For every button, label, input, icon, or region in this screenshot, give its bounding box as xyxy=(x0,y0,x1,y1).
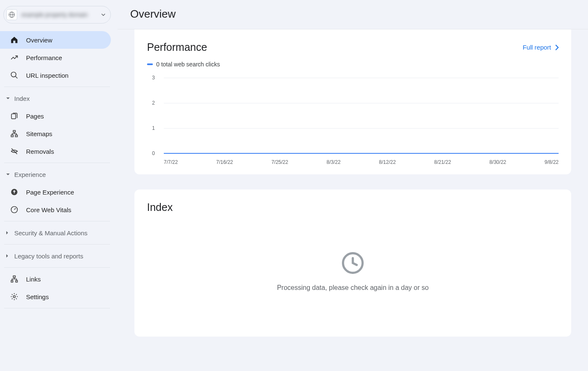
y-tick: 1 xyxy=(152,125,155,131)
x-tick: 7/25/22 xyxy=(271,159,288,165)
x-tick: 8/12/22 xyxy=(379,159,396,165)
chevron-right-icon xyxy=(555,45,559,50)
sidebar-item-sitemaps[interactable]: Sitemaps xyxy=(0,125,111,142)
sidebar-item-label: Links xyxy=(26,276,41,283)
index-title: Index xyxy=(147,201,559,213)
sidebar-item-links[interactable]: Links xyxy=(0,270,111,288)
svg-rect-7 xyxy=(11,135,13,137)
page-header: Overview xyxy=(118,0,588,29)
performance-card: Performance Full report 0 total web sear… xyxy=(134,29,571,174)
x-tick: 8/21/22 xyxy=(434,159,451,165)
x-tick: 8/3/22 xyxy=(327,159,341,165)
svg-rect-5 xyxy=(11,114,16,119)
caret-down-icon xyxy=(6,173,11,176)
svg-rect-13 xyxy=(13,276,16,278)
gridline xyxy=(164,103,559,103)
chart-series-line xyxy=(164,153,559,154)
sidebar: example property domain Overview Perform… xyxy=(0,0,118,371)
sidebar-item-removals[interactable]: Removals xyxy=(0,142,111,160)
y-tick: 0 xyxy=(152,150,155,156)
processing-text: Processing data, please check again in a… xyxy=(277,284,428,292)
x-tick: 7/16/22 xyxy=(216,159,233,165)
gear-icon xyxy=(9,292,19,301)
legend-swatch xyxy=(147,63,153,65)
x-axis-labels: 7/7/22 7/16/22 7/25/22 8/3/22 8/12/22 8/… xyxy=(164,159,559,165)
caret-down-icon xyxy=(6,97,11,100)
sidebar-item-core-web-vitals[interactable]: Core Web Vitals xyxy=(0,201,111,218)
divider xyxy=(4,221,110,221)
sidebar-item-label: URL inspection xyxy=(26,72,68,79)
x-tick: 7/7/22 xyxy=(164,159,178,165)
sitemap-icon xyxy=(9,129,19,138)
divider xyxy=(4,308,110,308)
svg-point-16 xyxy=(13,296,16,298)
divider xyxy=(4,267,110,268)
index-card: Index Processing data, please check agai… xyxy=(134,189,571,337)
section-label: Security & Manual Actions xyxy=(14,229,87,237)
y-tick: 2 xyxy=(152,100,155,106)
section-label: Legacy tools and reports xyxy=(14,253,83,260)
main-content: Overview Performance Full report 0 total… xyxy=(118,0,588,371)
links-icon xyxy=(9,275,19,283)
section-label: Index xyxy=(14,95,30,102)
caret-right-icon xyxy=(6,231,11,235)
svg-point-3 xyxy=(11,72,16,77)
sidebar-item-settings[interactable]: Settings xyxy=(0,288,111,305)
sidebar-item-label: Sitemaps xyxy=(26,130,52,137)
sidebar-item-label: Page Experience xyxy=(26,189,74,196)
chart-legend: 0 total web search clicks xyxy=(147,61,559,68)
sidebar-item-performance[interactable]: Performance xyxy=(0,49,111,66)
clock-icon xyxy=(341,251,365,275)
full-report-label: Full report xyxy=(522,44,551,51)
sidebar-item-url-inspection[interactable]: URL inspection xyxy=(0,66,111,84)
pages-icon xyxy=(9,112,19,120)
gridline xyxy=(164,78,559,78)
x-tick: 9/8/22 xyxy=(545,159,559,165)
y-tick: 3 xyxy=(152,75,155,81)
svg-line-9 xyxy=(11,148,17,154)
divider xyxy=(4,163,110,163)
gridline xyxy=(164,128,559,129)
svg-line-4 xyxy=(16,76,18,79)
sidebar-item-label: Pages xyxy=(26,113,44,120)
sidebar-section-security[interactable]: Security & Manual Actions xyxy=(0,224,114,242)
performance-title: Performance xyxy=(147,41,207,53)
page-title: Overview xyxy=(118,8,588,21)
sidebar-section-experience[interactable]: Experience xyxy=(0,166,114,183)
sidebar-item-label: Overview xyxy=(26,37,52,44)
legend-text: 0 total web search clicks xyxy=(156,61,220,68)
x-tick: 8/30/22 xyxy=(489,159,506,165)
chevron-down-icon xyxy=(101,13,105,16)
performance-chart: 3 2 1 0 7/7/22 7/16/22 7/25/22 8/3/22 8/… xyxy=(152,78,559,162)
sidebar-item-pages[interactable]: Pages xyxy=(0,107,111,125)
search-icon xyxy=(9,71,19,79)
circle-arrow-icon xyxy=(9,188,19,196)
speed-icon xyxy=(9,205,19,214)
svg-rect-14 xyxy=(11,280,13,282)
svg-rect-8 xyxy=(16,135,18,137)
sidebar-item-page-experience[interactable]: Page Experience xyxy=(0,183,111,201)
svg-line-12 xyxy=(14,208,16,210)
section-label: Experience xyxy=(14,171,46,178)
divider xyxy=(4,244,110,245)
sidebar-section-legacy[interactable]: Legacy tools and reports xyxy=(0,247,114,265)
svg-rect-15 xyxy=(16,280,17,282)
trending-up-icon xyxy=(9,53,19,62)
property-name: example property domain xyxy=(21,11,101,18)
sidebar-item-overview[interactable]: Overview xyxy=(0,31,111,49)
property-selector[interactable]: example property domain xyxy=(3,6,111,24)
caret-right-icon xyxy=(6,254,11,258)
divider xyxy=(4,87,110,87)
hidden-icon xyxy=(9,147,19,155)
sidebar-item-label: Settings xyxy=(26,293,49,300)
property-favicon xyxy=(6,9,17,20)
globe-icon xyxy=(8,11,15,18)
home-icon xyxy=(9,36,19,44)
sidebar-item-label: Removals xyxy=(26,148,54,155)
sidebar-section-index[interactable]: Index xyxy=(0,89,114,107)
sidebar-item-label: Core Web Vitals xyxy=(26,206,71,213)
sidebar-item-label: Performance xyxy=(26,54,62,61)
full-report-link[interactable]: Full report xyxy=(522,44,559,51)
svg-rect-6 xyxy=(13,131,16,132)
